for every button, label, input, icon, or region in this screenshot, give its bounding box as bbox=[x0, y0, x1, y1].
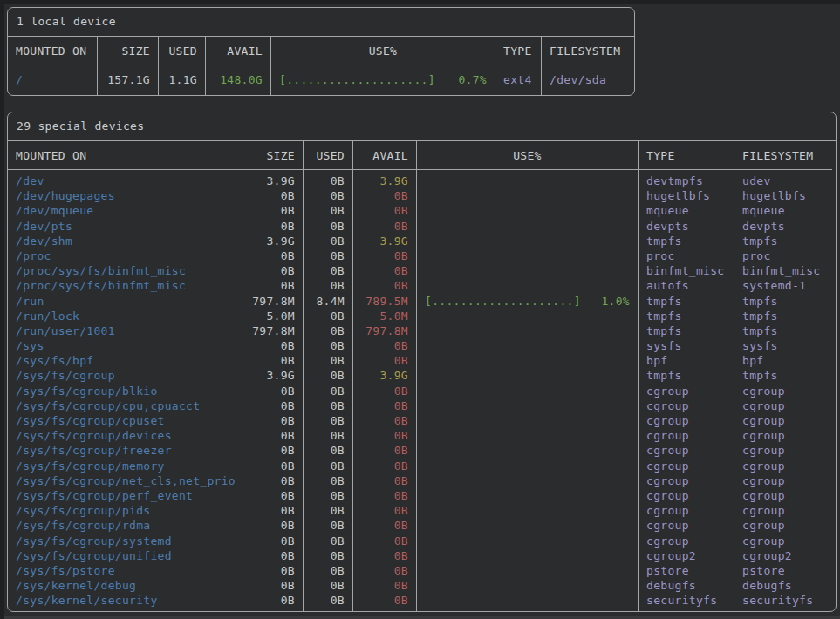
usage-bar bbox=[425, 503, 630, 518]
size-value: 0B bbox=[250, 563, 295, 578]
used-value: 0B bbox=[311, 219, 345, 234]
usage-bar bbox=[425, 323, 630, 338]
size-value: 0B bbox=[250, 338, 295, 353]
mount-point: / bbox=[16, 72, 89, 87]
size-value: 0B bbox=[250, 413, 295, 428]
avail-value: 0B bbox=[361, 384, 408, 398]
avail-value: 0B bbox=[361, 353, 408, 368]
usage-bar bbox=[425, 173, 630, 188]
usage-bar bbox=[425, 488, 630, 503]
type-value: tmpfs bbox=[646, 323, 726, 338]
avail-value: 0B bbox=[361, 263, 408, 278]
used-value: 0B bbox=[311, 188, 345, 203]
type-value-column: devtmpfshugetlbfsmqueuedevptstmpfsprocbi… bbox=[639, 170, 734, 611]
local-table-title: 1 local device bbox=[8, 8, 634, 37]
used-value: 0B bbox=[311, 443, 345, 458]
type-value: cgroup bbox=[646, 459, 726, 473]
mount-point: /sys/fs/cgroup/memory bbox=[16, 459, 234, 473]
size-value: 0B bbox=[250, 534, 295, 548]
mount-point: /dev bbox=[16, 173, 234, 188]
type-value: tmpfs bbox=[646, 234, 726, 248]
filesystem-value: systemd-1 bbox=[742, 278, 824, 293]
terminal-screen: { "colors": { "background": "#2a2c2d", "… bbox=[0, 0, 840, 619]
size-value: 0B bbox=[250, 398, 295, 413]
usage-bar bbox=[425, 263, 630, 278]
used-value: 0B bbox=[311, 309, 345, 323]
usage-bar bbox=[425, 338, 630, 353]
size-value: 797.8M bbox=[250, 323, 295, 338]
size-value: 3.9G bbox=[250, 234, 295, 248]
usage-bar bbox=[425, 593, 630, 608]
mount-point: /sys bbox=[16, 338, 234, 353]
size-value: 0B bbox=[250, 219, 295, 234]
usage-bar bbox=[425, 443, 630, 458]
mount-point: /sys/fs/cgroup/devices bbox=[16, 428, 234, 443]
used-value: 0B bbox=[311, 413, 345, 428]
mount-point: /proc/sys/fs/binfmt_misc bbox=[16, 263, 234, 278]
avail-value: 0B bbox=[361, 518, 408, 533]
local-devices-table: 1 local device MOUNTED ONSIZEUSEDAVAILUS… bbox=[7, 7, 635, 96]
filesystem-value: cgroup2 bbox=[742, 548, 824, 563]
mount-point: /sys/fs/cgroup/blkio bbox=[16, 384, 234, 398]
usage-bar-column: [....................]1.0% bbox=[417, 170, 639, 611]
usage-bar bbox=[425, 278, 630, 293]
type-value: autofs bbox=[646, 278, 726, 293]
usage-bar-track: [....................] bbox=[279, 72, 435, 87]
used-value: 0B bbox=[311, 278, 345, 293]
type-value: cgroup bbox=[646, 398, 726, 413]
type-value: sysfs bbox=[646, 338, 726, 353]
col-header-size-value: SIZE bbox=[242, 141, 304, 170]
mount-point-column: / bbox=[8, 65, 98, 95]
avail-value: 0B bbox=[361, 278, 408, 293]
size-value: 5.0M bbox=[250, 309, 295, 323]
usage-bar bbox=[425, 518, 630, 533]
filesystem-value: cgroup bbox=[742, 534, 824, 548]
filesystem-value: cgroup bbox=[742, 384, 824, 398]
filesystem-value: cgroup bbox=[742, 488, 824, 503]
special-devices-table: 29 special devices MOUNTED ONSIZEUSEDAVA… bbox=[7, 112, 837, 612]
used-value: 0B bbox=[311, 534, 345, 548]
filesystem-value: cgroup bbox=[742, 428, 824, 443]
type-value: ext4 bbox=[503, 72, 533, 87]
col-header-type-value: TYPE bbox=[495, 37, 542, 65]
size-value-column: 157.1G bbox=[98, 65, 159, 95]
size-value: 0B bbox=[250, 488, 295, 503]
size-value: 0B bbox=[250, 443, 295, 458]
filesystem-value-column: /dev/sda bbox=[542, 65, 631, 95]
filesystem-value: securityfs bbox=[742, 593, 824, 608]
used-value: 0B bbox=[311, 338, 345, 353]
mount-point: /sys/kernel/security bbox=[16, 593, 234, 608]
filesystem-value: cgroup bbox=[742, 398, 824, 413]
used-value: 0B bbox=[311, 593, 345, 608]
usage-percent: 0.7% bbox=[458, 72, 487, 87]
type-value: securityfs bbox=[646, 593, 726, 608]
usage-bar: [....................]0.7% bbox=[279, 72, 487, 87]
type-value: tmpfs bbox=[646, 309, 726, 323]
used-value: 1.1G bbox=[167, 72, 197, 87]
used-value: 0B bbox=[311, 384, 345, 398]
col-header-filesystem-value: FILESYSTEM bbox=[734, 141, 832, 170]
used-value: 0B bbox=[311, 563, 345, 578]
type-value: debugfs bbox=[646, 578, 726, 593]
used-value: 8.4M bbox=[311, 294, 345, 309]
mount-point: /sys/fs/cgroup/perf_event bbox=[16, 488, 234, 503]
col-header-mount-point: MOUNTED ON bbox=[8, 37, 98, 65]
usage-bar-column: [....................]0.7% bbox=[271, 65, 495, 95]
type-value: cgroup bbox=[646, 488, 726, 503]
col-header-size-value: SIZE bbox=[98, 37, 159, 65]
size-value: 0B bbox=[250, 263, 295, 278]
usage-bar: [....................]1.0% bbox=[425, 294, 630, 309]
type-value: binfmt_misc bbox=[646, 263, 726, 278]
used-value: 0B bbox=[311, 518, 345, 533]
type-value: cgroup bbox=[646, 518, 726, 533]
mount-point: /sys/fs/cgroup/rdma bbox=[16, 518, 234, 533]
filesystem-value: tmpfs bbox=[742, 323, 824, 338]
filesystem-value: mqueue bbox=[742, 203, 824, 218]
avail-value: 0B bbox=[361, 563, 408, 578]
filesystem-value: cgroup bbox=[742, 503, 824, 518]
used-value: 0B bbox=[311, 578, 345, 593]
filesystem-value: tmpfs bbox=[742, 309, 824, 323]
avail-value: 0B bbox=[361, 534, 408, 548]
used-value: 0B bbox=[311, 503, 345, 518]
avail-value: 0B bbox=[361, 459, 408, 473]
